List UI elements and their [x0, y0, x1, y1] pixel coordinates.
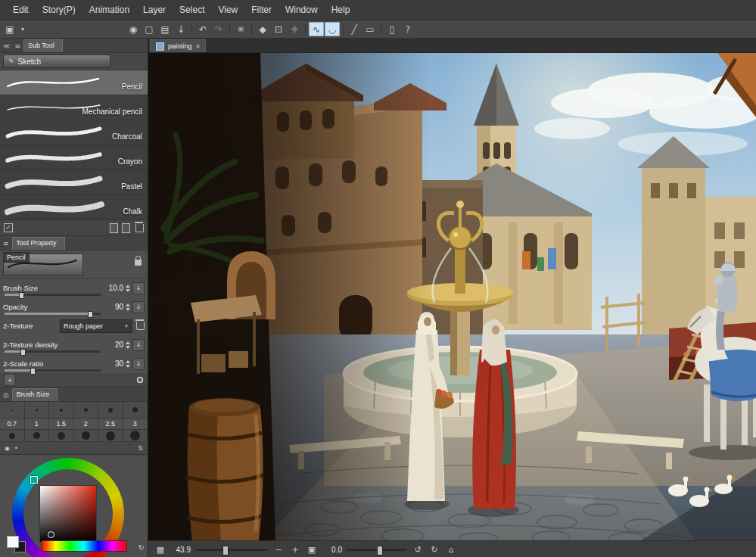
size-value[interactable]: 3: [123, 419, 148, 430]
brush-size-action-button[interactable]: ↓: [132, 282, 145, 294]
tab-sketch[interactable]: ✎ Sketch: [3, 54, 110, 68]
zoom-slider[interactable]: [195, 549, 268, 551]
zoom-in-button[interactable]: +: [289, 545, 301, 555]
main-color-swatch[interactable]: [7, 536, 19, 548]
copy-subtool-icon[interactable]: [110, 223, 118, 233]
texture-delete-icon[interactable]: [136, 322, 145, 330]
size-cell[interactable]: [0, 430, 25, 442]
dot-icon[interactable]: •: [14, 445, 18, 452]
menu-edit[interactable]: Edit: [6, 1, 36, 20]
rotation-slider[interactable]: [347, 549, 407, 551]
scroll-arrows-icon[interactable]: ⇅: [138, 445, 143, 452]
texture-density-slider[interactable]: [5, 350, 101, 353]
opacity-action-button[interactable]: ↓: [132, 301, 145, 313]
menu-select[interactable]: Select: [173, 1, 211, 20]
menu-animation[interactable]: Animation: [82, 1, 136, 20]
menu-window[interactable]: Window: [278, 1, 325, 20]
save-file-icon[interactable]: ↓: [173, 22, 188, 36]
app-icon[interactable]: ◉: [126, 22, 141, 36]
size-value[interactable]: 1: [25, 419, 50, 430]
sv-marker[interactable]: [48, 531, 54, 538]
rotate-left-button[interactable]: ↺: [412, 545, 424, 555]
redo-icon[interactable]: ↷: [211, 22, 226, 36]
rotate-right-button[interactable]: ↻: [428, 545, 440, 555]
new-subtool-icon[interactable]: [122, 223, 130, 233]
brush-size-stepper[interactable]: [126, 282, 130, 294]
size-value[interactable]: 2.5: [98, 419, 123, 430]
help-icon[interactable]: ?: [400, 22, 415, 36]
size-value[interactable]: 2: [74, 419, 99, 430]
sub-tool-panel-title[interactable]: Sub Tool: [23, 39, 63, 52]
color-blend-icon[interactable]: ✳: [233, 22, 248, 36]
canvas-tab-painting[interactable]: painting ×: [150, 39, 206, 52]
lock-icon[interactable]: [135, 260, 142, 266]
tool-property-menu-icon[interactable]: ≡: [2, 238, 11, 250]
scale-ratio-slider[interactable]: [5, 369, 101, 372]
size-cell[interactable]: [74, 430, 99, 442]
hue-marker[interactable]: [30, 476, 38, 484]
ruler-icon[interactable]: ▭: [362, 22, 378, 36]
zoom-out-button[interactable]: −: [272, 545, 285, 555]
texture-dropdown[interactable]: Rough paper ▼: [60, 319, 132, 333]
sub-tool-menu-icon[interactable]: ≡: [13, 40, 22, 52]
panel-toggle-icon[interactable]: ▣: [2, 22, 17, 36]
move-icon[interactable]: ✚: [287, 22, 302, 36]
menu-filter[interactable]: Filter: [244, 1, 278, 20]
canvas[interactable]: [148, 53, 756, 540]
new-canvas-icon[interactable]: ▢: [142, 22, 157, 36]
texture-density-stepper[interactable]: [126, 339, 130, 351]
size-value[interactable]: 0.7: [0, 419, 25, 430]
size-cell[interactable]: [0, 402, 25, 419]
settings-wrench-icon[interactable]: [136, 376, 144, 384]
saturation-value-square[interactable]: [40, 486, 96, 542]
add-property-button[interactable]: +: [4, 374, 16, 386]
size-cell[interactable]: [25, 430, 50, 442]
scale-ratio-action-button[interactable]: ↓: [132, 358, 145, 370]
navigator-icon[interactable]: ▦: [154, 545, 166, 555]
reset-view-button[interactable]: ⌂: [445, 545, 457, 555]
panel-menu-icon[interactable]: ▾: [18, 22, 27, 36]
size-cell[interactable]: [98, 402, 123, 419]
size-cell[interactable]: [123, 402, 148, 419]
brush-size-panel-icon[interactable]: ◎: [2, 389, 11, 401]
brush-item-crayon[interactable]: Crayon: [0, 145, 148, 170]
size-cell[interactable]: [98, 430, 123, 442]
fit-to-screen-button[interactable]: ▣: [306, 545, 318, 555]
correct-line-icon[interactable]: ∿: [309, 22, 324, 36]
size-cell[interactable]: [49, 430, 74, 442]
selection-icon[interactable]: ⊡: [271, 22, 286, 36]
size-value[interactable]: 1.5: [49, 419, 74, 430]
texture-density-action-button[interactable]: ↓: [132, 339, 145, 351]
open-file-icon[interactable]: ▤: [157, 22, 173, 36]
menu-story[interactable]: Story(P): [36, 1, 82, 20]
tool-property-panel-title[interactable]: Tool Property: [12, 237, 65, 250]
checkbox-icon[interactable]: ✓: [4, 223, 13, 232]
fill-icon[interactable]: ◆: [255, 22, 270, 36]
panel-collapse-icon[interactable]: ≪: [2, 40, 11, 52]
close-icon[interactable]: ×: [196, 43, 201, 50]
menu-view[interactable]: View: [211, 1, 244, 20]
size-cell[interactable]: [74, 402, 99, 419]
brush-size-panel-title[interactable]: Brush Size: [12, 388, 58, 401]
vector-curve-icon[interactable]: ◡: [325, 22, 340, 36]
opacity-stepper[interactable]: [126, 301, 130, 313]
brush-item-pencil[interactable]: Pencil: [0, 70, 148, 95]
brush-size-slider[interactable]: [5, 294, 101, 296]
size-cell[interactable]: [123, 430, 148, 442]
delete-subtool-icon[interactable]: [135, 224, 144, 232]
size-cell[interactable]: [25, 402, 50, 419]
hue-bar[interactable]: [41, 540, 127, 552]
radio-circle-icon[interactable]: ◉: [5, 445, 10, 452]
straight-line-icon[interactable]: ╱: [347, 22, 362, 36]
brush-item-mechanical-pencil[interactable]: Mechanical pencil: [0, 95, 148, 120]
menu-help[interactable]: Help: [325, 1, 357, 20]
color-refresh-icon[interactable]: ↻: [138, 543, 145, 552]
menu-layer[interactable]: Layer: [136, 1, 173, 20]
scale-ratio-stepper[interactable]: [126, 358, 130, 370]
brush-item-charcoal[interactable]: Charcoal: [0, 120, 148, 145]
brush-item-pastel[interactable]: Pastel: [0, 170, 148, 195]
opacity-slider[interactable]: [5, 313, 101, 315]
tablet-companion-icon[interactable]: ▯: [384, 22, 400, 36]
undo-icon[interactable]: ↶: [195, 22, 210, 36]
size-cell[interactable]: [49, 402, 74, 419]
